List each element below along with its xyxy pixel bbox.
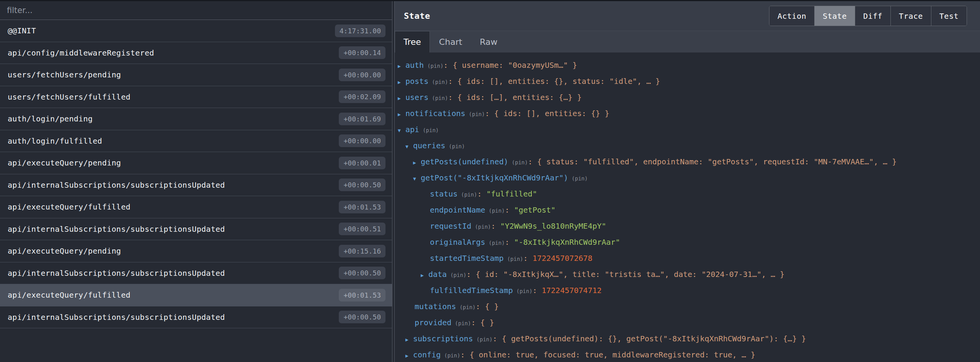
expand-arrow-icon[interactable]: ▼ [398,123,405,139]
expand-arrow-icon[interactable]: ▶ [398,90,405,106]
state-subtab-chart[interactable]: Chart [431,31,470,52]
action-list-item[interactable]: auth/login/pending +00:01.69 [0,108,392,130]
inspector-tab-trace[interactable]: Trace [890,6,931,26]
pin-button[interactable]: (pin) [461,192,477,198]
tree-key[interactable]: subscriptions [413,334,473,343]
tree-row: fulfilledTimeStamp(pin): 1722457074712 [395,282,980,298]
action-list-item[interactable]: api/executeQuery/pending +00:00.01 [0,152,392,174]
action-type-label: users/fetchUsers/fulfilled [8,92,131,102]
pin-button[interactable]: (pin) [489,208,505,214]
pin-button[interactable]: (pin) [512,159,528,165]
action-list-item[interactable]: api/internalSubscriptions/subscriptionsU… [0,218,392,241]
tree-key[interactable]: fulfilledTimeStamp [430,286,513,295]
tree-key[interactable]: getPosts(undefined) [421,157,508,166]
tree-value: { } [485,302,499,311]
tree-row: endpointName(pin): "getPost" [395,202,980,218]
expand-arrow-icon[interactable]: ▶ [405,332,413,348]
pin-button[interactable]: (pin) [450,272,466,278]
action-time-badge: +00:00.51 [339,223,385,235]
pin-button[interactable]: (pin) [459,304,475,310]
expand-arrow-icon[interactable]: ▶ [413,155,421,171]
pin-button[interactable]: (pin) [432,79,448,85]
action-list-item[interactable]: api/executeQuery/pending +00:15.16 [0,240,392,262]
action-list-item[interactable]: api/internalSubscriptions/subscriptionsU… [0,306,392,329]
expand-arrow-icon[interactable]: ▶ [421,267,428,283]
tree-value: { } [480,318,494,327]
action-time-badge: +00:00.00 [339,69,385,81]
tree-value: { getPosts(undefined): {}, getPost("-8xI… [502,334,806,343]
action-list-item[interactable]: api/internalSubscriptions/subscriptionsU… [0,262,392,285]
action-list-item[interactable]: auth/login/fulfilled +00:00.00 [0,130,392,152]
inspector-tab-diff[interactable]: Diff [855,6,890,26]
action-list-item[interactable]: api/internalSubscriptions/subscriptionsU… [0,174,392,197]
pin-button[interactable]: (pin) [455,320,471,326]
pin-button[interactable]: (pin) [507,256,523,262]
expand-arrow-icon[interactable]: ▶ [398,58,405,74]
action-list-item[interactable]: api/executeQuery/fulfilled +00:01.53 [0,196,392,218]
tree-key[interactable]: config [413,350,441,359]
tree-key[interactable]: originalArgs [430,238,485,247]
pin-button[interactable]: (pin) [516,288,532,294]
action-type-label: api/executeQuery/fulfilled [8,290,131,300]
inspector-tab-action[interactable]: Action [769,6,814,26]
tree-key[interactable]: api [405,125,419,134]
expand-arrow-icon[interactable]: ▶ [398,106,405,123]
state-view-subtabs: Tree Chart Raw [395,31,980,52]
inspector-panel: State Action State Diff Trace Test Tree … [395,1,980,362]
tree-key[interactable]: endpointName [430,205,485,215]
tree-value: { username: "0oazymyUSm…" } [452,61,577,70]
panel-resize-divider[interactable] [392,1,395,362]
pin-button[interactable]: (pin) [432,95,448,101]
tree-row: ▶auth(pin): { username: "0oazymyUSm…" } [395,57,980,73]
pin-button[interactable]: (pin) [469,111,485,117]
action-list-item[interactable]: users/fetchUsers/pending +00:00.00 [0,64,392,86]
tree-row: ▼getPost("-8xItkjkqXnRhCWd9rAar")(pin) [395,170,980,186]
tree-key[interactable]: users [405,93,428,102]
expand-arrow-icon[interactable]: ▼ [413,171,421,187]
expand-arrow-icon[interactable]: ▶ [405,348,413,362]
pin-button[interactable]: (pin) [449,143,465,149]
tree-key[interactable]: posts [405,77,428,86]
pin-button[interactable]: (pin) [477,336,493,342]
action-type-label: @@INIT [8,26,36,35]
state-subtab-tree[interactable]: Tree [395,31,430,52]
pin-button[interactable]: (pin) [444,352,460,359]
tree-key[interactable]: getPost("-8xItkjkqXnRhCWd9rAar") [421,173,568,182]
tree-key[interactable]: startedTimeStamp [430,254,504,263]
action-list-item[interactable]: @@INIT 4:17:31.00 [0,20,392,42]
tree-key[interactable]: data [428,270,447,279]
action-list-item[interactable]: api/executeQuery/fulfilled +00:01.53 [0,284,392,306]
action-list-item[interactable]: users/fetchUsers/fulfilled +00:02.09 [0,86,392,108]
tree-value: { ids: […], entities: {…} } [457,93,581,102]
tree-key[interactable]: provided [415,318,451,327]
tree-key[interactable]: notifications [405,109,466,118]
filter-input[interactable] [0,1,392,20]
action-list-item[interactable]: api/config/middlewareRegistered +00:00.1… [0,42,392,64]
inspector-tab-test[interactable]: Test [931,6,967,26]
action-type-label: api/internalSubscriptions/subscriptionsU… [8,224,225,234]
tree-key[interactable]: status [430,189,457,198]
pin-button[interactable]: (pin) [423,127,439,133]
expand-arrow-icon[interactable]: ▶ [398,74,405,90]
pin-button[interactable]: (pin) [427,63,443,69]
pin-button[interactable]: (pin) [489,240,505,246]
key-value-separator: : [476,302,485,311]
tree-key[interactable]: queries [413,141,445,150]
tree-row: mutations(pin): { } [395,298,980,314]
state-subtab-raw[interactable]: Raw [471,31,506,52]
pin-button[interactable]: (pin) [475,224,491,230]
pin-button[interactable]: (pin) [572,175,588,182]
tree-value: "-8xItkjkqXnRhCWd9rAar" [514,238,620,247]
action-type-label: api/executeQuery/pending [8,246,121,256]
tree-key[interactable]: auth [405,61,424,70]
inspector-tab-state[interactable]: State [814,6,855,26]
action-type-label: users/fetchUsers/pending [8,70,121,79]
tree-key[interactable]: mutations [415,302,456,311]
tree-key[interactable]: requestId [430,221,471,231]
action-time-badge: +00:00.01 [339,157,385,169]
tree-row: originalArgs(pin): "-8xItkjkqXnRhCWd9rAa… [395,234,980,250]
action-type-label: api/internalSubscriptions/subscriptionsU… [8,313,225,322]
tree-value: { id: "-8xItkjkqX…", title: "tristis ta…… [475,270,784,279]
expand-arrow-icon[interactable]: ▼ [405,139,413,155]
key-value-separator: : [477,189,486,198]
